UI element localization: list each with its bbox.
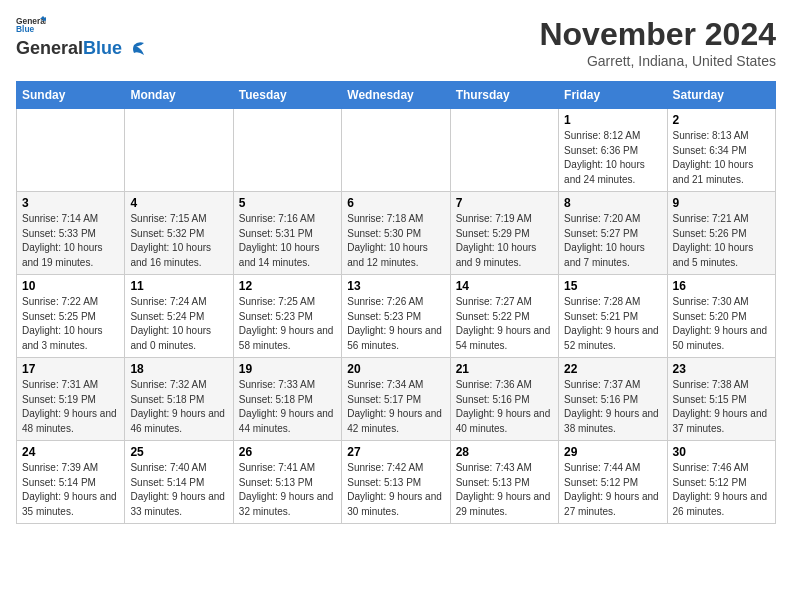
weekday-header: Friday xyxy=(559,82,667,109)
weekday-header: Thursday xyxy=(450,82,558,109)
calendar-cell: 7Sunrise: 7:19 AM Sunset: 5:29 PM Daylig… xyxy=(450,192,558,275)
calendar-cell: 6Sunrise: 7:18 AM Sunset: 5:30 PM Daylig… xyxy=(342,192,450,275)
day-number: 4 xyxy=(130,196,227,210)
day-number: 12 xyxy=(239,279,336,293)
calendar-header-row: SundayMondayTuesdayWednesdayThursdayFrid… xyxy=(17,82,776,109)
calendar-cell: 18Sunrise: 7:32 AM Sunset: 5:18 PM Dayli… xyxy=(125,358,233,441)
calendar-cell: 30Sunrise: 7:46 AM Sunset: 5:12 PM Dayli… xyxy=(667,441,775,524)
calendar-cell: 19Sunrise: 7:33 AM Sunset: 5:18 PM Dayli… xyxy=(233,358,341,441)
day-number: 7 xyxy=(456,196,553,210)
page-header: General Blue General Blue November 2024 … xyxy=(16,16,776,69)
day-number: 8 xyxy=(564,196,661,210)
calendar-cell: 9Sunrise: 7:21 AM Sunset: 5:26 PM Daylig… xyxy=(667,192,775,275)
calendar-cell: 28Sunrise: 7:43 AM Sunset: 5:13 PM Dayli… xyxy=(450,441,558,524)
day-info: Sunrise: 7:33 AM Sunset: 5:18 PM Dayligh… xyxy=(239,378,336,436)
logo-bird-icon xyxy=(124,41,146,57)
logo-general: General xyxy=(16,38,83,59)
day-number: 13 xyxy=(347,279,444,293)
day-info: Sunrise: 7:34 AM Sunset: 5:17 PM Dayligh… xyxy=(347,378,444,436)
calendar-table: SundayMondayTuesdayWednesdayThursdayFrid… xyxy=(16,81,776,524)
day-number: 22 xyxy=(564,362,661,376)
calendar-cell: 27Sunrise: 7:42 AM Sunset: 5:13 PM Dayli… xyxy=(342,441,450,524)
day-info: Sunrise: 8:13 AM Sunset: 6:34 PM Dayligh… xyxy=(673,129,770,187)
page-title: November 2024 xyxy=(539,16,776,53)
calendar-cell: 16Sunrise: 7:30 AM Sunset: 5:20 PM Dayli… xyxy=(667,275,775,358)
calendar-cell: 17Sunrise: 7:31 AM Sunset: 5:19 PM Dayli… xyxy=(17,358,125,441)
day-number: 25 xyxy=(130,445,227,459)
day-number: 21 xyxy=(456,362,553,376)
calendar-week-row: 10Sunrise: 7:22 AM Sunset: 5:25 PM Dayli… xyxy=(17,275,776,358)
calendar-cell: 22Sunrise: 7:37 AM Sunset: 5:16 PM Dayli… xyxy=(559,358,667,441)
calendar-week-row: 17Sunrise: 7:31 AM Sunset: 5:19 PM Dayli… xyxy=(17,358,776,441)
day-info: Sunrise: 7:22 AM Sunset: 5:25 PM Dayligh… xyxy=(22,295,119,353)
calendar-cell: 26Sunrise: 7:41 AM Sunset: 5:13 PM Dayli… xyxy=(233,441,341,524)
day-number: 1 xyxy=(564,113,661,127)
day-number: 9 xyxy=(673,196,770,210)
calendar-cell xyxy=(450,109,558,192)
calendar-cell: 1Sunrise: 8:12 AM Sunset: 6:36 PM Daylig… xyxy=(559,109,667,192)
day-info: Sunrise: 7:38 AM Sunset: 5:15 PM Dayligh… xyxy=(673,378,770,436)
day-info: Sunrise: 7:16 AM Sunset: 5:31 PM Dayligh… xyxy=(239,212,336,270)
calendar-cell: 24Sunrise: 7:39 AM Sunset: 5:14 PM Dayli… xyxy=(17,441,125,524)
day-number: 14 xyxy=(456,279,553,293)
day-info: Sunrise: 7:19 AM Sunset: 5:29 PM Dayligh… xyxy=(456,212,553,270)
day-number: 11 xyxy=(130,279,227,293)
day-info: Sunrise: 7:30 AM Sunset: 5:20 PM Dayligh… xyxy=(673,295,770,353)
day-number: 19 xyxy=(239,362,336,376)
day-info: Sunrise: 8:12 AM Sunset: 6:36 PM Dayligh… xyxy=(564,129,661,187)
logo-blue: Blue xyxy=(83,38,122,59)
calendar-cell xyxy=(342,109,450,192)
day-number: 15 xyxy=(564,279,661,293)
title-area: November 2024 Garrett, Indiana, United S… xyxy=(539,16,776,69)
day-info: Sunrise: 7:32 AM Sunset: 5:18 PM Dayligh… xyxy=(130,378,227,436)
calendar-cell: 21Sunrise: 7:36 AM Sunset: 5:16 PM Dayli… xyxy=(450,358,558,441)
svg-text:Blue: Blue xyxy=(16,24,35,34)
weekday-header: Monday xyxy=(125,82,233,109)
day-number: 10 xyxy=(22,279,119,293)
day-info: Sunrise: 7:41 AM Sunset: 5:13 PM Dayligh… xyxy=(239,461,336,519)
calendar-cell: 29Sunrise: 7:44 AM Sunset: 5:12 PM Dayli… xyxy=(559,441,667,524)
day-info: Sunrise: 7:14 AM Sunset: 5:33 PM Dayligh… xyxy=(22,212,119,270)
day-number: 20 xyxy=(347,362,444,376)
day-info: Sunrise: 7:42 AM Sunset: 5:13 PM Dayligh… xyxy=(347,461,444,519)
day-info: Sunrise: 7:20 AM Sunset: 5:27 PM Dayligh… xyxy=(564,212,661,270)
day-info: Sunrise: 7:46 AM Sunset: 5:12 PM Dayligh… xyxy=(673,461,770,519)
calendar-cell xyxy=(125,109,233,192)
day-info: Sunrise: 7:40 AM Sunset: 5:14 PM Dayligh… xyxy=(130,461,227,519)
day-number: 16 xyxy=(673,279,770,293)
day-number: 2 xyxy=(673,113,770,127)
calendar-cell: 10Sunrise: 7:22 AM Sunset: 5:25 PM Dayli… xyxy=(17,275,125,358)
day-number: 30 xyxy=(673,445,770,459)
day-info: Sunrise: 7:21 AM Sunset: 5:26 PM Dayligh… xyxy=(673,212,770,270)
day-number: 26 xyxy=(239,445,336,459)
day-number: 17 xyxy=(22,362,119,376)
day-number: 6 xyxy=(347,196,444,210)
calendar-cell xyxy=(17,109,125,192)
day-info: Sunrise: 7:37 AM Sunset: 5:16 PM Dayligh… xyxy=(564,378,661,436)
page-subtitle: Garrett, Indiana, United States xyxy=(539,53,776,69)
calendar-cell: 2Sunrise: 8:13 AM Sunset: 6:34 PM Daylig… xyxy=(667,109,775,192)
calendar-cell: 4Sunrise: 7:15 AM Sunset: 5:32 PM Daylig… xyxy=(125,192,233,275)
day-number: 24 xyxy=(22,445,119,459)
day-number: 27 xyxy=(347,445,444,459)
weekday-header: Saturday xyxy=(667,82,775,109)
day-info: Sunrise: 7:25 AM Sunset: 5:23 PM Dayligh… xyxy=(239,295,336,353)
day-number: 5 xyxy=(239,196,336,210)
weekday-header: Tuesday xyxy=(233,82,341,109)
calendar-cell: 13Sunrise: 7:26 AM Sunset: 5:23 PM Dayli… xyxy=(342,275,450,358)
calendar-cell: 3Sunrise: 7:14 AM Sunset: 5:33 PM Daylig… xyxy=(17,192,125,275)
day-info: Sunrise: 7:15 AM Sunset: 5:32 PM Dayligh… xyxy=(130,212,227,270)
day-number: 29 xyxy=(564,445,661,459)
day-number: 3 xyxy=(22,196,119,210)
calendar-week-row: 3Sunrise: 7:14 AM Sunset: 5:33 PM Daylig… xyxy=(17,192,776,275)
day-info: Sunrise: 7:44 AM Sunset: 5:12 PM Dayligh… xyxy=(564,461,661,519)
calendar-cell: 12Sunrise: 7:25 AM Sunset: 5:23 PM Dayli… xyxy=(233,275,341,358)
day-number: 18 xyxy=(130,362,227,376)
day-info: Sunrise: 7:18 AM Sunset: 5:30 PM Dayligh… xyxy=(347,212,444,270)
calendar-cell: 25Sunrise: 7:40 AM Sunset: 5:14 PM Dayli… xyxy=(125,441,233,524)
weekday-header: Sunday xyxy=(17,82,125,109)
calendar-week-row: 1Sunrise: 8:12 AM Sunset: 6:36 PM Daylig… xyxy=(17,109,776,192)
day-number: 28 xyxy=(456,445,553,459)
calendar-cell: 14Sunrise: 7:27 AM Sunset: 5:22 PM Dayli… xyxy=(450,275,558,358)
logo-icon: General Blue xyxy=(16,16,46,34)
